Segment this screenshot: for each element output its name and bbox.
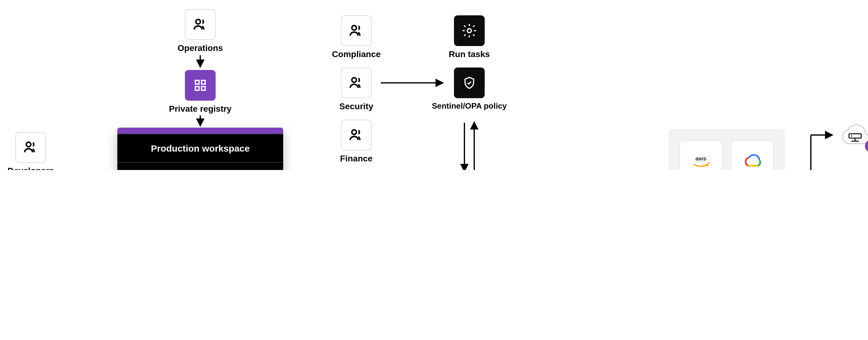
svg-rect-4 (195, 87, 199, 90)
security-icon-tile (341, 68, 372, 98)
svg-rect-5 (202, 87, 205, 90)
provider-gcp (731, 140, 774, 170)
shield-check-icon (462, 75, 477, 90)
gear-icon (461, 23, 477, 39)
svg-rect-2 (195, 80, 199, 84)
sentinel-label: Sentinel/OPA policy (426, 101, 512, 111)
svg-point-9 (467, 29, 471, 33)
provider-aws: aws (679, 140, 722, 170)
gcp-icon (742, 153, 763, 170)
private-registry-label: Private registry (157, 104, 243, 113)
compliance-icon-tile (341, 15, 372, 46)
cloud-providers-panel: aws (669, 129, 785, 170)
operations-icon-tile (185, 9, 216, 40)
person-icon (348, 22, 365, 39)
svg-text:aws: aws (695, 155, 707, 162)
person-icon (348, 127, 365, 144)
private-registry-tile (185, 70, 216, 101)
developers-icon-tile (16, 132, 46, 163)
workspace-test: Test workspace (117, 162, 283, 170)
person-icon (192, 16, 209, 33)
finance-label: Finance (313, 154, 399, 163)
cloud-server-icon (837, 122, 868, 148)
svg-point-0 (26, 142, 31, 147)
svg-point-7 (352, 78, 356, 82)
person-icon (348, 74, 365, 92)
grid-icon (193, 78, 208, 93)
server-cloud-1 (837, 122, 868, 148)
developers-label: Developers (0, 166, 74, 170)
sentinel-tile (454, 68, 485, 98)
svg-rect-3 (202, 80, 205, 84)
security-label: Security (313, 101, 399, 111)
person-icon (22, 139, 39, 156)
finance-icon-tile (341, 120, 372, 150)
workspaces-stack: Production workspace Test workspace Dev … (117, 128, 283, 170)
compliance-label: Compliance (313, 49, 399, 59)
svg-point-8 (352, 130, 356, 134)
operations-label: Operations (157, 43, 243, 53)
run-tasks-tile (454, 15, 485, 46)
workspace-production: Production workspace (117, 134, 283, 162)
svg-point-19 (851, 135, 852, 137)
workspaces-accent-bar (117, 128, 283, 134)
workflow-diagram: Developers Operations Private registry P… (0, 0, 868, 170)
aws-icon: aws (687, 153, 714, 170)
run-tasks-label: Run tasks (426, 49, 512, 59)
svg-point-6 (352, 26, 356, 30)
svg-point-1 (196, 19, 200, 24)
sentinel-label-text: Sentinel/OPA policy (432, 101, 507, 110)
